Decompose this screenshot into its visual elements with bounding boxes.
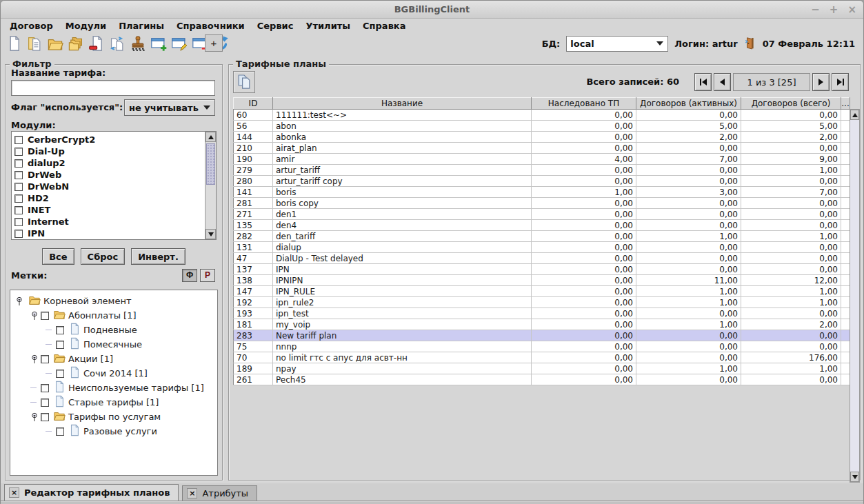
- table-row[interactable]: 137IPN0,000,000,00: [234, 264, 850, 275]
- tab-inactive[interactable]: ×Атрибуты: [182, 485, 257, 501]
- checkbox[interactable]: [14, 183, 23, 191]
- table-row[interactable]: 281boris copy0,000,000,00: [234, 198, 850, 209]
- reset-button[interactable]: Сброс: [81, 248, 125, 265]
- table-scrollbar[interactable]: [850, 109, 860, 483]
- next-page-button[interactable]: [812, 73, 830, 91]
- last-page-button[interactable]: [832, 73, 849, 91]
- module-list-item[interactable]: DrWeb: [14, 169, 204, 181]
- column-header[interactable]: Название: [273, 98, 532, 110]
- checkbox[interactable]: [41, 413, 49, 421]
- tree-node[interactable]: Тарифы по услугам: [10, 410, 217, 424]
- tree-expand-icon[interactable]: [30, 311, 39, 321]
- table-row[interactable]: 210airat_plan0,000,000,00: [234, 143, 850, 154]
- tree-node[interactable]: Акции [1]: [10, 352, 217, 366]
- table-row[interactable]: 47DialUp - Test delayed0,000,000,00: [234, 253, 850, 264]
- checkbox[interactable]: [14, 148, 23, 156]
- table-row[interactable]: 60111111:test<~>0,000,000,00: [234, 110, 850, 121]
- module-list-item[interactable]: CerberCrypt2: [14, 134, 204, 145]
- column-header[interactable]: Договоров (активных): [636, 98, 741, 110]
- tree-node[interactable]: Помесячные: [10, 337, 217, 352]
- checkbox[interactable]: [14, 171, 23, 179]
- checkbox[interactable]: [14, 159, 23, 168]
- window-add-button[interactable]: [150, 34, 168, 52]
- stamp-button[interactable]: [129, 34, 148, 52]
- checkbox[interactable]: [41, 312, 49, 320]
- tree-node[interactable]: Сочи 2014 [1]: [10, 366, 217, 381]
- checkbox[interactable]: [56, 326, 64, 334]
- table-row[interactable]: 279artur_tariff0,000,001,00: [234, 165, 850, 176]
- column-header[interactable]: Договоров (всего): [741, 98, 841, 110]
- menu-item[interactable]: Сервис: [251, 20, 300, 32]
- checkbox[interactable]: [14, 194, 23, 203]
- edit-mode-button[interactable]: Р: [200, 269, 215, 282]
- table-row[interactable]: 283New tariff plan0,000,000,00: [234, 330, 850, 341]
- table-row[interactable]: 190amir4,007,009,00: [234, 154, 850, 165]
- table-row[interactable]: 138IPNIPN0,0011,0012,00: [234, 275, 850, 286]
- modules-scrollbar[interactable]: [205, 132, 216, 239]
- checkbox[interactable]: [14, 230, 23, 238]
- scroll-down-icon[interactable]: [850, 472, 859, 482]
- checkbox[interactable]: [56, 427, 64, 436]
- copy-rows-button[interactable]: [233, 71, 255, 93]
- table-row[interactable]: 261Pech450,000,000,00: [234, 374, 850, 385]
- scroll-up-icon[interactable]: [205, 132, 216, 142]
- checkbox[interactable]: [14, 218, 23, 226]
- tree-expand-icon[interactable]: [30, 354, 39, 364]
- tree-expand-icon[interactable]: [14, 296, 24, 306]
- table-row[interactable]: 189npay0,001,001,00: [234, 363, 850, 374]
- column-header[interactable]: ...: [841, 98, 850, 110]
- scroll-down-icon[interactable]: [205, 229, 216, 239]
- maximize-icon[interactable]: +: [830, 3, 838, 16]
- db-select[interactable]: local: [566, 36, 668, 52]
- table-row[interactable]: 141boris1,003,007,00: [234, 187, 850, 198]
- menu-item[interactable]: Модули: [59, 20, 112, 32]
- module-list-item[interactable]: dialup2: [14, 157, 204, 169]
- open-folder-button[interactable]: [46, 34, 65, 52]
- table-row[interactable]: 181my_voip0,001,002,00: [234, 319, 850, 330]
- window-edit-button[interactable]: [170, 34, 189, 52]
- menu-item[interactable]: Плагины: [112, 20, 170, 32]
- select-all-button[interactable]: Все: [42, 248, 74, 265]
- table-row[interactable]: 144abonka0,002,002,00: [234, 132, 850, 143]
- new-document-button[interactable]: [5, 34, 23, 52]
- module-list-item[interactable]: Dial-Up: [14, 145, 204, 157]
- menu-item[interactable]: Договор: [3, 20, 59, 32]
- tree-expand-icon[interactable]: [30, 412, 39, 422]
- checkbox[interactable]: [41, 399, 49, 407]
- prev-page-button[interactable]: [714, 73, 731, 91]
- table-row[interactable]: 70no limit гтс с апус для асвт-нн0,000,0…: [234, 352, 850, 363]
- module-list-item[interactable]: DrWebN: [14, 181, 204, 192]
- column-header[interactable]: Наследовано ТП: [532, 98, 636, 110]
- table-row[interactable]: 193ipn_test0,000,000,00: [234, 308, 850, 319]
- module-list-item[interactable]: HD2: [14, 192, 204, 204]
- tree-node[interactable]: Корневой элемент: [10, 294, 217, 308]
- first-page-button[interactable]: [694, 73, 712, 91]
- close-icon[interactable]: ×: [847, 3, 856, 16]
- checkbox[interactable]: [14, 136, 23, 144]
- checkbox[interactable]: [56, 370, 64, 378]
- close-icon[interactable]: ×: [9, 487, 19, 498]
- menu-item[interactable]: Утилиты: [299, 20, 356, 32]
- column-header[interactable]: ID: [234, 98, 273, 110]
- module-list-item[interactable]: INET: [14, 204, 204, 216]
- copy-folders-button[interactable]: [67, 34, 86, 52]
- table-row[interactable]: 147IPN_RULE0,001,001,00: [234, 286, 850, 297]
- checkbox[interactable]: [41, 355, 49, 363]
- invert-button[interactable]: Инверт.: [131, 248, 185, 265]
- add-tab-button[interactable]: +: [205, 34, 223, 52]
- table-row[interactable]: 192ipn_rule20,001,001,00: [234, 297, 850, 308]
- table-row[interactable]: 75nnnp0,000,000,00: [234, 341, 850, 352]
- table-row[interactable]: 56abon0,005,005,00: [234, 121, 850, 132]
- close-icon[interactable]: ×: [187, 488, 197, 498]
- filter-mode-button[interactable]: Ф: [182, 269, 197, 282]
- minimize-icon[interactable]: −: [811, 3, 820, 16]
- table-row[interactable]: 271den10,000,000,00: [234, 209, 850, 220]
- menu-item[interactable]: Справка: [356, 20, 412, 32]
- tree-node[interactable]: Разовые услуги: [10, 424, 217, 439]
- delete-document-button[interactable]: [88, 34, 106, 52]
- scroll-up-icon[interactable]: [850, 110, 859, 120]
- logout-door-icon[interactable]: [744, 37, 756, 50]
- checkbox[interactable]: [14, 206, 23, 214]
- tree-node[interactable]: Подневные: [10, 323, 217, 337]
- tariff-name-input[interactable]: [11, 80, 215, 96]
